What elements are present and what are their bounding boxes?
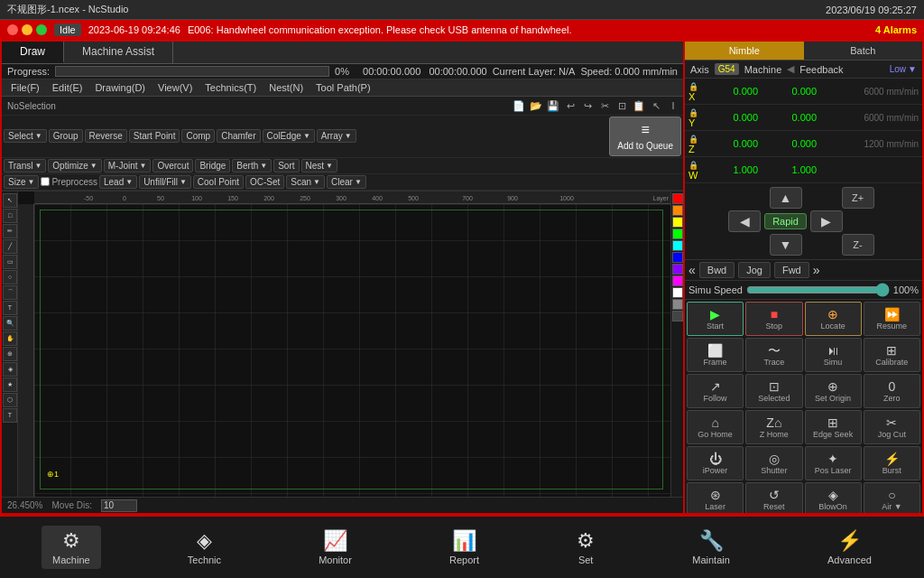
tb-copy-icon[interactable]: ⊡ [614,98,630,114]
lt-star[interactable]: ★ [3,378,17,392]
shutter-btn[interactable]: ◎ Shutter [745,446,802,480]
tb-new-icon[interactable]: 📄 [511,98,527,114]
tab-machine-assist[interactable]: Machine Assist [64,42,173,63]
nest-btn[interactable]: Nest ▼ [301,159,337,172]
comp-btn[interactable]: Comp [181,129,215,143]
lt-poly[interactable]: ⬡ [3,393,17,407]
canvas[interactable]: -50 0 50 100 150 200 250 300 400 500 700… [18,191,670,497]
menu-toolpath[interactable]: Tool Path(P) [310,81,376,94]
reverse-btn[interactable]: Reverse [85,129,127,143]
optimize-btn[interactable]: Optimize ▼ [48,159,101,172]
close-button[interactable] [7,24,18,35]
lt-pen[interactable]: ✏ [3,224,17,238]
blow-on-btn[interactable]: ◈ BlowOn [805,482,862,513]
lt-select[interactable]: □ [3,209,17,223]
bwd-btn[interactable]: Bwd [699,262,735,278]
coledge-btn[interactable]: ColEdge ▼ [263,129,315,143]
size-btn[interactable]: Size ▼ [4,175,39,189]
lt-zoom[interactable]: 🔍 [3,316,17,331]
berth-btn[interactable]: Berth ▼ [232,159,272,172]
color-swatch-cyan[interactable] [672,240,683,251]
jog-down-btn[interactable]: ▼ [770,234,802,256]
bottom-tab-report[interactable]: 📊 Report [439,526,490,569]
selected-btn[interactable]: ⊡ Selected [745,374,802,408]
tab-draw[interactable]: Draw [2,42,64,63]
lt-text[interactable]: T [3,301,17,315]
menu-edit[interactable]: Edit(E) [47,81,88,94]
tb-save-icon[interactable]: 💾 [545,98,561,114]
stop-btn[interactable]: ■ Stop [745,302,802,336]
sort-btn[interactable]: Sort [273,159,299,172]
menu-technics[interactable]: Technics(T) [199,81,262,94]
menu-file[interactable]: File(F) [5,81,45,94]
cool-point-btn[interactable]: Cool Point [193,175,244,189]
color-swatch-purple[interactable] [672,264,683,275]
jog-left-btn[interactable]: ◀ [728,210,761,232]
reset-btn[interactable]: ↺ Reset [745,482,802,513]
color-swatch-white[interactable] [672,287,683,298]
rapid-btn[interactable]: Rapid [764,213,807,229]
lt-curve[interactable]: ⌒ [3,285,17,300]
color-swatch-gray[interactable] [672,299,683,310]
tb-redo-icon[interactable]: ↪ [579,98,596,114]
tb-undo-icon[interactable]: ↩ [562,98,578,114]
bottom-tab-machine[interactable]: ⚙ Machine [42,526,101,569]
lt-measure[interactable]: ⊕ [3,347,17,361]
lt-hand[interactable]: ✋ [3,331,17,346]
color-swatch-pink[interactable] [672,275,683,286]
color-swatch-yellow[interactable] [672,217,683,228]
menu-view[interactable]: View(V) [152,81,198,94]
tab-nimble[interactable]: Nimble [685,42,804,60]
lt-node[interactable]: ◈ [3,362,17,377]
bwd-fast-btn[interactable]: « [688,263,696,277]
laser-btn[interactable]: ⊛ Laser [687,482,744,513]
tb-cursor-icon[interactable]: I [665,98,681,114]
menu-nest[interactable]: Nest(N) [263,81,309,94]
add-to-queue-btn[interactable]: ≡ Add to Queue [609,117,681,156]
menu-drawing[interactable]: Drawing(D) [89,81,151,94]
chamfer-btn[interactable]: Chamfer [217,129,260,143]
group-btn[interactable]: Group [49,129,83,143]
select-btn[interactable]: Select ▼ [4,129,47,143]
jog-up-btn[interactable]: ▲ [770,187,802,209]
bridge-btn[interactable]: Bridge [195,159,230,172]
zero-btn[interactable]: 0 Zero [864,374,920,408]
color-swatch-orange[interactable] [672,205,683,216]
set-origin-btn[interactable]: ⊕ Set Origin [805,374,862,408]
lt-arrow[interactable]: ↖ [3,193,17,208]
start-btn[interactable]: ▶ Start [687,302,744,336]
unfill-btn[interactable]: Unfill/Fill ▼ [139,175,191,189]
burst-btn[interactable]: ⚡ Burst [864,446,920,480]
overcut-btn[interactable]: Overcut [152,159,193,172]
color-swatch-red[interactable] [672,193,683,204]
lt-line[interactable]: ╱ [3,239,17,254]
resume-btn[interactable]: ⏩ Resume [864,302,920,336]
start-point-btn[interactable]: Start Point [129,129,180,143]
lt-extra[interactable]: T [3,408,17,423]
bottom-tab-set[interactable]: ⚙ Set [566,526,605,569]
ipower-btn[interactable]: ⏻ iPower [687,446,744,480]
pos-laser-btn[interactable]: ✦ Pos Laser [805,446,862,480]
tb-cut-icon[interactable]: ✂ [596,98,613,114]
m-joint-btn[interactable]: M-Joint ▼ [104,159,152,172]
edge-seek-btn[interactable]: ⊞ Edge Seek [805,410,862,444]
jog-right-btn[interactable]: ▶ [810,210,843,232]
calibrate-btn[interactable]: ⊞ Calibrate [864,338,920,372]
bottom-tab-maintain[interactable]: 🔧 Maintain [681,526,741,569]
lt-circle[interactable]: ○ [3,270,17,284]
tb-paste-icon[interactable]: 📋 [631,98,647,114]
locate-btn[interactable]: ⊕ Locate [805,302,862,336]
trace-btn[interactable]: 〜 Trace [745,338,802,372]
array-btn[interactable]: Array ▼ [317,129,356,143]
bottom-tab-technic[interactable]: ◈ Technic [177,526,232,569]
z-minus-btn[interactable]: Z- [842,234,874,256]
simu-btn[interactable]: ⏯ Simu [805,338,862,372]
simu-speed-slider[interactable] [746,283,890,297]
lt-rect[interactable]: ▭ [3,255,17,269]
color-swatch-green[interactable] [672,228,683,239]
transl-btn[interactable]: Transl ▼ [4,159,46,172]
tb-open-icon[interactable]: 📂 [528,98,544,114]
maximize-button[interactable] [36,24,47,35]
z-plus-btn[interactable]: Z+ [842,187,874,209]
scan-btn[interactable]: Scan ▼ [286,175,325,189]
